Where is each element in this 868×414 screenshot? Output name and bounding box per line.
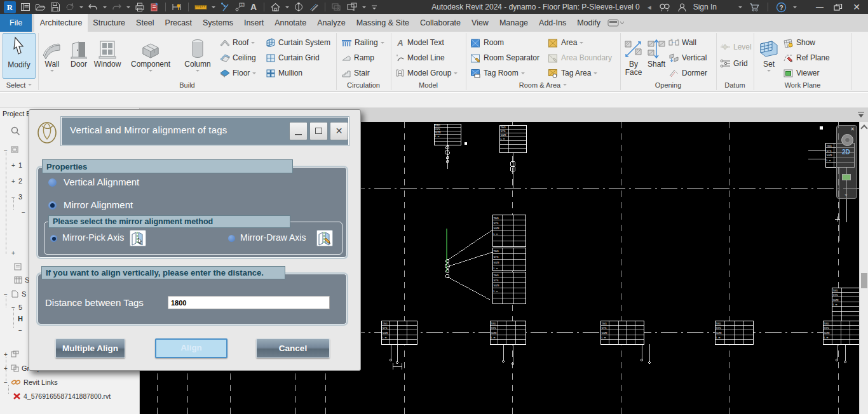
ribbon-state-toggle[interactable] (607, 14, 624, 32)
grid-button[interactable]: Grid (720, 57, 748, 70)
minimize-button[interactable]: — (812, 3, 827, 11)
ceiling-button[interactable]: Ceiling (220, 51, 256, 64)
component-button[interactable]: Component (123, 34, 178, 74)
tab-collaborate[interactable]: Collaborate (415, 14, 466, 32)
stair-button[interactable]: Stair (341, 67, 370, 79)
viewer-button[interactable]: Viewer (783, 67, 819, 79)
transfer-icon[interactable] (149, 2, 159, 12)
scrollbar-thumb[interactable] (861, 273, 867, 288)
tab-steel[interactable]: Steel (131, 14, 160, 32)
tree-item-dash[interactable]: − (18, 325, 23, 335)
tree-item-sub[interactable]: − (21, 207, 26, 217)
floor-button[interactable]: Floor (220, 67, 256, 79)
tab-add-ins[interactable]: Add-Ins (534, 14, 572, 32)
revit-logo-icon[interactable]: R (4, 1, 16, 13)
room-separator-button[interactable]: Room Separator (470, 51, 539, 64)
wall-button[interactable]: Wall (39, 34, 65, 74)
by-face-button[interactable]: By Face (623, 34, 644, 77)
panel-room-area[interactable]: Room & Area (466, 81, 620, 89)
set-button[interactable]: Set (757, 34, 780, 74)
tab-structure[interactable]: Structure (88, 14, 131, 32)
panel-circulation[interactable]: Circulation (336, 81, 391, 89)
dialog-minimize-button[interactable] (289, 122, 308, 140)
tab-massing-site[interactable]: Massing & Site (351, 14, 414, 32)
wall-opening-button[interactable]: HHWall (668, 36, 696, 49)
tree-item-2[interactable]: +2 (11, 176, 22, 186)
navbar-close-icon[interactable]: ✕ (850, 126, 855, 132)
navigation-bar[interactable]: ✕ 2D ⌄ (836, 125, 857, 199)
level-button[interactable]: -1Level (720, 41, 752, 53)
curtain-system-button[interactable]: Curtain System (266, 36, 330, 49)
tab-modify[interactable]: Modify (572, 14, 606, 32)
mirror-draw-radio[interactable] (228, 235, 235, 242)
roof-button[interactable]: Roof (220, 36, 255, 49)
tab-analyze[interactable]: Analyze (312, 14, 351, 32)
distance-input[interactable] (168, 296, 330, 309)
save-icon[interactable] (50, 2, 60, 12)
area-boundary-button[interactable]: Area Boundary (548, 51, 612, 64)
tree-item-families[interactable]: + (3, 349, 19, 359)
model-text-button[interactable]: AModel Text (395, 36, 444, 49)
properties-icon[interactable] (20, 2, 31, 12)
tree-item-1[interactable]: +1 (11, 160, 22, 170)
steering-wheel-icon[interactable] (841, 133, 854, 147)
modify-button[interactable]: Modify (3, 33, 36, 79)
window-button[interactable]: Window (93, 34, 122, 69)
dialog-close-button[interactable]: ✕ (330, 122, 348, 140)
room-button[interactable]: Room (470, 36, 504, 49)
dialog-maximize-button[interactable] (309, 122, 328, 140)
tree-item-legends[interactable] (14, 262, 22, 272)
vertical-alignment-radio[interactable] (48, 178, 57, 187)
browser-search-icon[interactable] (11, 126, 20, 136)
area-button[interactable]: Area (548, 36, 583, 49)
cart-icon[interactable] (749, 2, 760, 12)
open-icon[interactable] (35, 2, 46, 12)
curtain-grid-button[interactable]: Curtain Grid (266, 51, 320, 64)
vertical-opening-button[interactable]: Vertical (668, 51, 707, 64)
sign-in-dropdown[interactable] (738, 6, 742, 10)
help-icon[interactable]: ? (776, 2, 787, 13)
tab-manage[interactable]: Manage (494, 14, 533, 32)
railing-button[interactable]: Railing (341, 36, 384, 49)
nav-home-icon[interactable] (842, 174, 851, 180)
nav-2d-icon[interactable]: 2D (842, 149, 850, 156)
model-line-button[interactable]: Model Line (395, 51, 445, 64)
tree-views-root[interactable]: − (3, 145, 19, 155)
tree-item-5[interactable]: −5 (11, 302, 22, 312)
dormer-button[interactable]: Dormer (668, 67, 707, 79)
tree-item-v[interactable]: + (11, 248, 16, 258)
print-icon[interactable] (135, 2, 145, 12)
collapse-arrow-icon[interactable]: ◄ (646, 4, 653, 11)
tab-file[interactable]: File (0, 14, 32, 32)
mirror-alignment-radio[interactable] (48, 201, 57, 210)
cancel-button[interactable]: Cancel (256, 338, 330, 358)
ramp-button[interactable]: Ramp (341, 51, 374, 64)
restore-button[interactable] (834, 3, 843, 11)
user-icon[interactable] (677, 3, 687, 12)
show-button[interactable]: Show (783, 36, 815, 49)
redo-dropdown[interactable] (126, 6, 130, 10)
tag-room-button[interactable]: Tag Room (470, 67, 525, 79)
panel-datum[interactable]: Datum (716, 81, 754, 89)
panel-select[interactable]: Select (1, 81, 37, 89)
help-dropdown[interactable] (793, 6, 797, 10)
tab-view[interactable]: View (466, 14, 494, 32)
tag-area-button[interactable]: Tag Area (548, 67, 597, 79)
mirror-pick-radio[interactable] (50, 235, 57, 242)
measure-pin-icon[interactable] (172, 2, 182, 12)
sync-dropdown[interactable] (79, 6, 83, 10)
search-icon[interactable] (659, 3, 671, 12)
align-button[interactable]: Align (155, 338, 227, 358)
undo-icon[interactable] (88, 2, 98, 12)
sync-icon[interactable] (65, 2, 75, 12)
tree-item-sheets[interactable]: −S (3, 289, 26, 299)
tab-precast[interactable]: Precast (159, 14, 197, 32)
multiple-align-button[interactable]: Multiple Align (55, 338, 125, 358)
tree-item-3[interactable]: −3 (11, 192, 22, 202)
tree-item-h[interactable]: H (18, 314, 23, 324)
sign-in[interactable]: Sign In (693, 3, 717, 11)
vertical-scrollbar[interactable] (859, 122, 868, 414)
panel-work-plane[interactable]: Work Plane (754, 81, 851, 89)
dialog-title-bar[interactable]: Vertical and Mirror alignment of tags ✕ (61, 117, 349, 145)
panel-model[interactable]: Model (391, 81, 466, 89)
